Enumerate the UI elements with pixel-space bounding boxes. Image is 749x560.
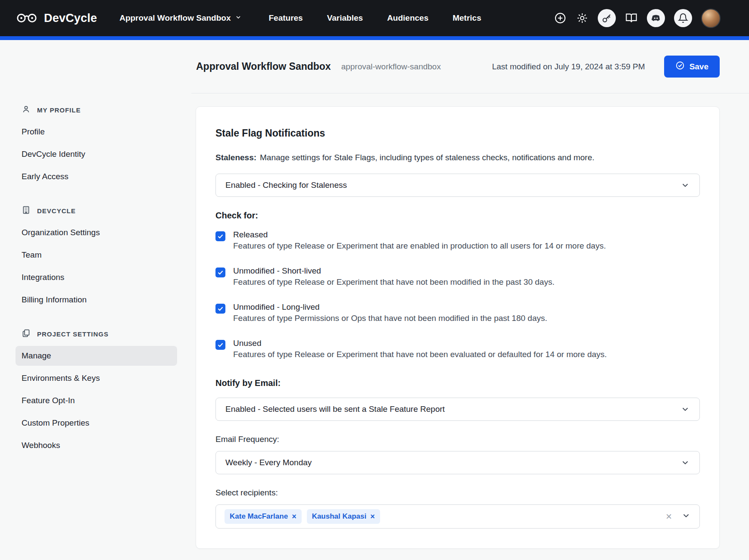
- staleness-description: Staleness:Manage settings for Stale Flag…: [215, 153, 700, 162]
- sidebar-section-label: MY PROFILE: [37, 106, 81, 114]
- notify-select[interactable]: Enabled - Selected users will be sent a …: [215, 398, 700, 421]
- checkbox-released[interactable]: [215, 231, 225, 241]
- check-label: Released: [233, 230, 606, 240]
- sidebar-item-devcycle-identity[interactable]: DevCycle Identity: [16, 144, 177, 164]
- sidebar-item-integrations[interactable]: Integrations: [16, 268, 177, 287]
- staleness-select-value: Enabled - Checking for Staleness: [225, 180, 347, 190]
- accent-strip: [0, 36, 749, 40]
- chevron-down-icon[interactable]: [681, 511, 691, 522]
- checkbox-unused[interactable]: [215, 340, 225, 350]
- email-frequency-select[interactable]: Weekly - Every Monday: [215, 451, 700, 474]
- nav-link-features[interactable]: Features: [268, 13, 303, 23]
- check-label: Unmodified - Short-lived: [233, 266, 555, 276]
- recipient-chip-kate: Kate MacFarlane ×: [225, 509, 302, 524]
- checkbox-unmodified-short[interactable]: [215, 268, 225, 277]
- check-row-unmodified-long: Unmodified - Long-lived Features of type…: [215, 302, 700, 323]
- check-desc: Features of type Release or Experiment t…: [233, 241, 606, 251]
- staleness-desc-text: Manage settings for Stale Flags, includi…: [260, 153, 594, 162]
- page-slug: approval-workflow-sandbox: [341, 62, 441, 72]
- check-row-unmodified-short: Unmodified - Short-lived Features of typ…: [215, 266, 700, 287]
- sidebar-item-environments-keys[interactable]: Environments & Keys: [16, 368, 177, 388]
- sidebar-item-webhooks[interactable]: Webhooks: [16, 436, 177, 455]
- sidebar-section-devcycle: DEVCYCLE: [16, 205, 177, 216]
- notify-select-value: Enabled - Selected users will be sent a …: [225, 404, 445, 414]
- sidebar-section-project-settings: PROJECT SETTINGS: [16, 329, 177, 339]
- sidebar-section-label: DEVCYCLE: [37, 207, 76, 215]
- page-header: Approval Workflow Sandbox approval-workf…: [191, 40, 749, 93]
- check-desc: Features of type Permissions or Ops that…: [233, 314, 547, 323]
- recipient-name: Kate MacFarlane: [230, 512, 288, 521]
- gear-icon[interactable]: [576, 12, 589, 25]
- settings-sidebar: MY PROFILE Profile DevCycle Identity Ear…: [0, 40, 191, 560]
- sidebar-item-early-access[interactable]: Early Access: [16, 167, 177, 187]
- sidebar-section-my-profile: MY PROFILE: [16, 105, 177, 115]
- remove-recipient-icon[interactable]: ×: [370, 513, 375, 520]
- plus-circle-icon[interactable]: [554, 12, 567, 25]
- notify-by-email-label: Notify by Email:: [215, 378, 700, 388]
- navbar-actions: [554, 9, 721, 28]
- recipient-chip-kaushal: Kaushal Kapasi ×: [307, 509, 380, 524]
- project-selector-label: Approval Workflow Sandbox: [119, 13, 231, 23]
- sidebar-item-manage[interactable]: Manage: [16, 346, 177, 366]
- page-title: Approval Workflow Sandbox: [196, 61, 331, 72]
- nav-link-audiences[interactable]: Audiences: [387, 13, 428, 23]
- sidebar-item-custom-properties[interactable]: Custom Properties: [16, 413, 177, 433]
- sidebar-item-organization-settings[interactable]: Organization Settings: [16, 223, 177, 243]
- clear-recipients-icon[interactable]: ×: [666, 511, 672, 522]
- pages-icon: [22, 329, 31, 339]
- chevron-down-icon: [680, 180, 690, 190]
- chevron-down-icon: [680, 404, 690, 414]
- devcycle-logo[interactable]: DevCycle: [16, 11, 97, 25]
- check-desc: Features of type Release or Experiment t…: [233, 277, 555, 287]
- brand-name: DevCycle: [44, 12, 97, 25]
- sidebar-section-label: PROJECT SETTINGS: [37, 330, 109, 338]
- remove-recipient-icon[interactable]: ×: [292, 513, 296, 520]
- check-label: Unmodified - Long-lived: [233, 302, 547, 312]
- select-recipients-label: Select recipients:: [215, 488, 700, 498]
- recipients-select[interactable]: Kate MacFarlane × Kaushal Kapasi × ×: [215, 504, 700, 529]
- sidebar-item-feature-opt-in[interactable]: Feature Opt-In: [16, 391, 177, 411]
- check-desc: Features of type Release or Experiment t…: [233, 350, 607, 359]
- frequency-select-value: Weekly - Every Monday: [225, 458, 312, 467]
- check-row-unused: Unused Features of type Release or Exper…: [215, 339, 700, 359]
- card-title: Stale Flag Notifications: [215, 128, 700, 139]
- stale-flag-notifications-card: Stale Flag Notifications Staleness:Manag…: [196, 106, 720, 549]
- email-frequency-label: Email Frequency:: [215, 435, 700, 444]
- recipient-name: Kaushal Kapasi: [312, 512, 367, 521]
- check-row-released: Released Features of type Release or Exp…: [215, 230, 700, 251]
- user-avatar[interactable]: [701, 9, 721, 28]
- check-for-label: Check for:: [215, 211, 700, 221]
- chevron-down-icon: [235, 13, 242, 23]
- nav-links: Features Variables Audiences Metrics: [268, 13, 481, 23]
- checkbox-unmodified-long[interactable]: [215, 304, 225, 314]
- check-circle-icon: [675, 61, 685, 72]
- devcycle-goggles-icon: [16, 11, 38, 25]
- check-label: Unused: [233, 339, 607, 348]
- nav-link-metrics[interactable]: Metrics: [453, 13, 481, 23]
- sidebar-item-profile[interactable]: Profile: [16, 122, 177, 142]
- save-button-label: Save: [690, 62, 708, 72]
- bell-icon[interactable]: [674, 9, 692, 27]
- save-button[interactable]: Save: [664, 56, 720, 78]
- sidebar-item-billing-information[interactable]: Billing Information: [16, 290, 177, 310]
- last-modified-text: Last modified on July 19, 2024 at 3:59 P…: [492, 62, 645, 72]
- top-navbar: DevCycle Approval Workflow Sandbox Featu…: [0, 0, 749, 36]
- nav-link-variables[interactable]: Variables: [327, 13, 363, 23]
- sidebar-item-team[interactable]: Team: [16, 245, 177, 265]
- key-icon[interactable]: [598, 9, 616, 27]
- project-selector[interactable]: Approval Workflow Sandbox: [119, 13, 242, 23]
- staleness-select[interactable]: Enabled - Checking for Staleness: [215, 174, 700, 197]
- staleness-label: Staleness:: [215, 153, 256, 162]
- discord-icon[interactable]: [647, 9, 665, 27]
- building-icon: [22, 205, 31, 216]
- chevron-down-icon: [680, 458, 690, 467]
- book-icon[interactable]: [625, 12, 638, 25]
- person-icon: [22, 105, 31, 115]
